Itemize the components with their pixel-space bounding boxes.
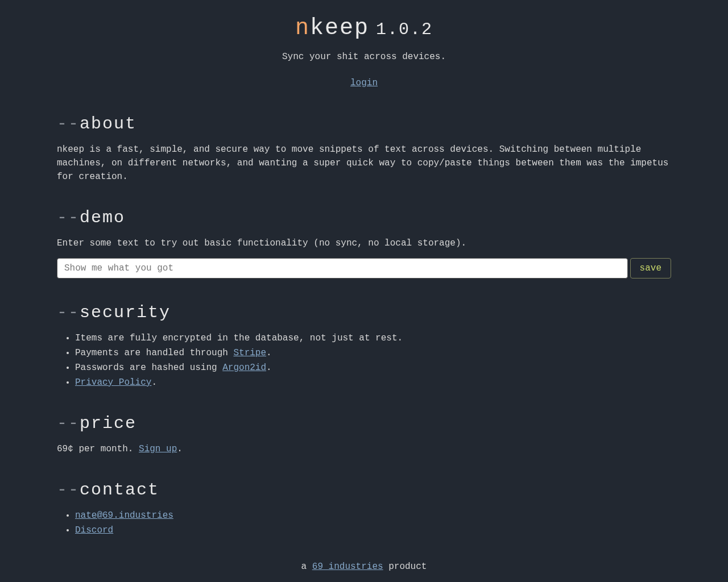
list-item: Payments are handled through Stripe.	[75, 346, 671, 360]
security-list: Items are fully encrypted in the databas…	[57, 331, 671, 389]
tagline: Sync your shit across devices.	[57, 50, 671, 64]
login-link[interactable]: login	[350, 78, 378, 88]
title-rest: keep	[310, 15, 369, 41]
demo-intro: Enter some text to try out basic functio…	[57, 236, 671, 250]
demo-heading: --demo	[57, 205, 671, 231]
contact-heading: --contact	[57, 477, 671, 503]
contact-list: nate@69.industries Discord	[57, 509, 671, 537]
page-title: nkeep1.0.2	[57, 11, 671, 45]
stripe-link[interactable]: Stripe	[233, 348, 266, 358]
about-body: nkeep is a fast, simple, and secure way …	[57, 143, 671, 184]
discord-link[interactable]: Discord	[75, 525, 113, 535]
email-link[interactable]: nate@69.industries	[75, 510, 173, 521]
signup-link[interactable]: Sign up	[139, 444, 177, 454]
argon2id-link[interactable]: Argon2id	[222, 363, 266, 373]
header: nkeep1.0.2 Sync your shit across devices…	[57, 11, 671, 90]
price-text: 69¢ per month. Sign up.	[57, 442, 671, 456]
list-item: Discord	[75, 523, 671, 537]
footer: a 69 industries product	[57, 560, 671, 573]
demo-input[interactable]	[57, 258, 628, 278]
company-link[interactable]: 69 industries	[312, 562, 383, 572]
list-item: Privacy Policy.	[75, 376, 671, 389]
list-item: nate@69.industries	[75, 509, 671, 522]
price-heading: --price	[57, 411, 671, 436]
list-item: Items are fully encrypted in the databas…	[75, 331, 671, 345]
demo-row: save	[57, 258, 671, 278]
version-label: 1.0.2	[376, 20, 433, 39]
security-heading: --security	[57, 300, 671, 326]
save-button[interactable]: save	[630, 258, 671, 278]
title-n: n	[295, 15, 310, 41]
list-item: Passwords are hashed using Argon2id.	[75, 361, 671, 375]
about-heading: --about	[57, 111, 671, 137]
privacy-policy-link[interactable]: Privacy Policy	[75, 377, 151, 388]
